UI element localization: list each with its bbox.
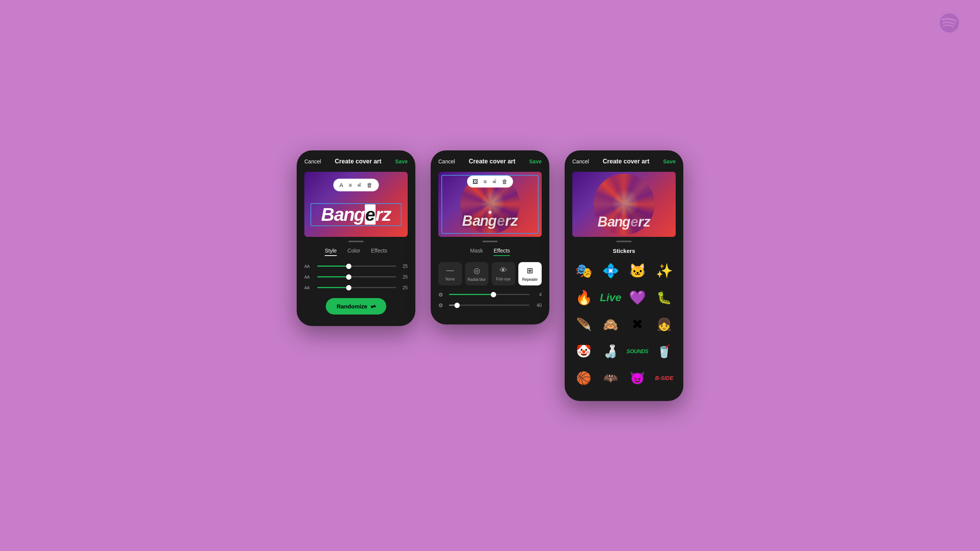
- bangerz-text-phone3: Bangerz: [598, 214, 650, 230]
- phone1-tabs: Style Color Effects: [304, 248, 408, 256]
- phone2-image-toolbar: 🖼 ≡ ≡̃ 🗑: [467, 176, 513, 187]
- effect-slider-value-1: 4: [533, 292, 542, 297]
- randomize-label: Randomize: [336, 303, 367, 310]
- slider-thumb-1[interactable]: [346, 264, 351, 269]
- sticker-monkey[interactable]: 🙈: [599, 313, 622, 336]
- phone3-cover-art: Bangerz: [572, 172, 676, 237]
- effect-repeater[interactable]: ⊞ Repeater: [518, 262, 542, 285]
- text-selection-box: Bangerz: [310, 203, 402, 226]
- slider-fill-2: [317, 276, 349, 277]
- spotify-logo: [938, 11, 961, 34]
- sticker-bottle[interactable]: 🍶: [599, 340, 622, 363]
- sticker-x[interactable]: ✖: [626, 313, 649, 336]
- align-icon[interactable]: ≡: [349, 182, 352, 188]
- slider-label-1: AA: [304, 264, 314, 269]
- drag-handle[interactable]: [488, 211, 492, 214]
- effect-slider-2: ⚙ 40: [438, 302, 542, 308]
- slider-row-1: AA 25: [304, 264, 408, 269]
- phone1-cancel[interactable]: Cancel: [304, 158, 321, 165]
- fish-eye-icon: 👁: [500, 266, 507, 275]
- tab-effects[interactable]: Effects: [371, 248, 387, 256]
- stickers-grid: 🎭 💠 🐱 ✨ 🔥 Live 💜: [572, 259, 676, 390]
- shuffle-icon: ⇌: [371, 303, 376, 310]
- slider-track-2[interactable]: [317, 276, 396, 277]
- phone-1: Cancel Create cover art Save A ≡ ≡̃ 🗑: [297, 150, 415, 326]
- slider-track-1[interactable]: [317, 266, 396, 267]
- effect-none[interactable]: — None: [438, 262, 462, 285]
- sticker-heart[interactable]: 💜: [626, 286, 649, 309]
- delete-icon-2[interactable]: 🗑: [502, 178, 508, 185]
- effect-slider-thumb-2[interactable]: [454, 303, 460, 308]
- phone1-save[interactable]: Save: [395, 158, 408, 165]
- slider-value-2: 25: [400, 274, 408, 280]
- slider-label-3: AA: [304, 285, 314, 290]
- tab-effects[interactable]: Effects: [493, 248, 510, 256]
- tab-style[interactable]: Style: [325, 248, 336, 256]
- sticker-ball[interactable]: 🏀: [572, 367, 595, 390]
- slider-fill-1: [317, 266, 349, 267]
- tab-mask[interactable]: Mask: [470, 248, 483, 256]
- sticker-sparkle[interactable]: ✨: [653, 259, 676, 282]
- bangerz-text-phone2: Bangerz: [462, 213, 518, 229]
- radial-blur-label: Radial blur: [467, 277, 486, 282]
- sticker-feather[interactable]: 🪶: [572, 313, 595, 336]
- sticker-demon[interactable]: 😈: [626, 367, 649, 390]
- tab-color[interactable]: Color: [348, 248, 360, 256]
- sticker-cat[interactable]: 🐱: [626, 259, 649, 282]
- phone2-save[interactable]: Save: [529, 158, 542, 165]
- phone-3: Cancel Create cover art Save Bangerz Sti: [565, 150, 683, 401]
- phone3-title: Create cover art: [603, 158, 650, 165]
- sticker-worm[interactable]: 🐛: [653, 286, 676, 309]
- phone2-cover-art: 🖼 ≡ ≡̃ 🗑 Bangerz: [438, 172, 542, 237]
- slider-thumb-3[interactable]: [346, 285, 351, 290]
- mask-effects-tabs: Mask Effects: [438, 248, 542, 256]
- sticker-bside[interactable]: B-SIDE: [653, 367, 676, 390]
- sticker-can[interactable]: 🥤: [653, 340, 676, 363]
- effect-slider-1: ⚙ 4: [438, 292, 542, 298]
- phone3-save[interactable]: Save: [663, 158, 676, 165]
- style-icon[interactable]: ≡̃: [357, 182, 361, 188]
- effect-slider-thumb-1[interactable]: [491, 292, 496, 297]
- phone-2: Cancel Create cover art Save: [431, 150, 549, 324]
- sticker-fire[interactable]: 🔥: [572, 286, 595, 309]
- phone1-title: Create cover art: [335, 158, 382, 165]
- sticker-flower[interactable]: 💠: [599, 259, 622, 282]
- slider-fill-3: [317, 287, 349, 288]
- sticker-mushroom[interactable]: 🎭: [572, 259, 595, 282]
- sticker-live[interactable]: Live: [599, 286, 622, 309]
- phone1-header: Cancel Create cover art Save: [304, 158, 408, 165]
- randomize-button[interactable]: Randomize ⇌: [326, 298, 386, 315]
- handle-bar-3: [616, 241, 632, 242]
- effect-fish-eye[interactable]: 👁 Fish eye: [492, 262, 515, 285]
- phone2-header: Cancel Create cover art Save: [438, 158, 542, 165]
- phone3-cancel[interactable]: Cancel: [572, 158, 589, 165]
- image-icon[interactable]: 🖼: [472, 178, 478, 185]
- effect-slider-icon-1: ⚙: [438, 292, 445, 298]
- slider-thumb-2[interactable]: [346, 274, 351, 280]
- phone2-cancel[interactable]: Cancel: [438, 158, 455, 165]
- sticker-bats[interactable]: 🦇: [599, 367, 622, 390]
- phone1-cover-art: A ≡ ≡̃ 🗑 Bangerz: [304, 172, 408, 237]
- slider-track-3[interactable]: [317, 287, 396, 288]
- effect-radial-blur[interactable]: ◎ Radial blur: [465, 262, 489, 285]
- repeater-icon: ⊞: [527, 266, 533, 275]
- effects-options: — None ◎ Radial blur 👁 Fish eye ⊞ Repeat…: [438, 262, 542, 285]
- filter-icon[interactable]: ≡̃: [492, 179, 497, 184]
- bangerz-text-phone1: Bangerz: [314, 205, 398, 224]
- text-format-icon[interactable]: A: [340, 182, 343, 188]
- sticker-jester[interactable]: 🤡: [572, 340, 595, 363]
- sticker-sounds[interactable]: SOUNDS: [626, 340, 649, 363]
- sticker-girl[interactable]: 👧: [653, 313, 676, 336]
- effect-slider-fill-1: [449, 294, 493, 295]
- delete-text-icon[interactable]: 🗑: [367, 182, 372, 188]
- none-label: None: [446, 277, 455, 281]
- effect-slider-track-2[interactable]: [449, 305, 529, 306]
- phones-container: Cancel Create cover art Save A ≡ ≡̃ 🗑: [297, 150, 683, 401]
- none-icon: —: [446, 266, 454, 275]
- effect-slider-track-1[interactable]: [449, 294, 529, 295]
- align-icon-2[interactable]: ≡: [483, 178, 487, 185]
- effect-slider-value-2: 40: [533, 303, 542, 308]
- slider-row-2: AA 25: [304, 274, 408, 280]
- slider-row-3: AA 25: [304, 285, 408, 290]
- slider-label-2: AA: [304, 275, 314, 279]
